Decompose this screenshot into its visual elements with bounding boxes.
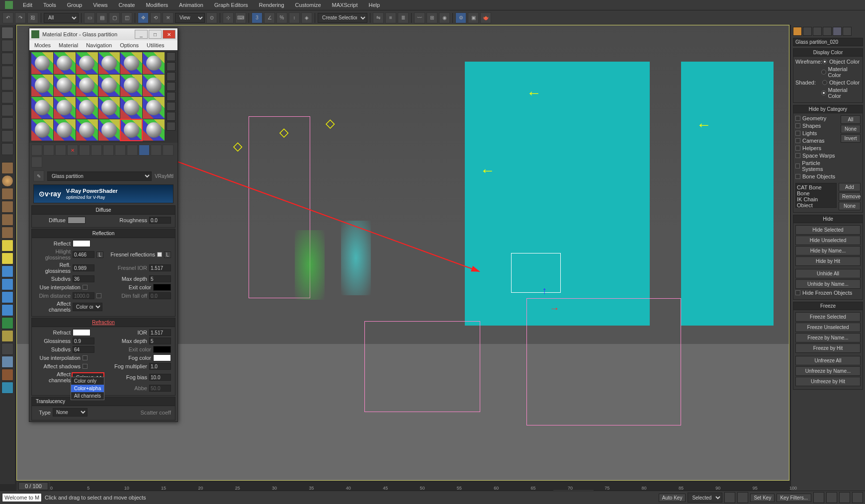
material-slot[interactable] (143, 97, 165, 119)
sidebar-primitive-cone[interactable] (1, 227, 13, 239)
wireframe-object-radio[interactable] (822, 59, 827, 64)
layer-button[interactable]: ≣ (398, 12, 409, 23)
material-slot[interactable] (76, 97, 98, 119)
select-by-mat-button[interactable] (167, 122, 175, 131)
refract-exit-swatch[interactable] (153, 346, 171, 353)
delete-button[interactable]: ✕ (67, 145, 78, 156)
render-button[interactable]: 🫖 (480, 12, 491, 23)
nav-orbit-button[interactable] (839, 492, 850, 503)
material-type-label[interactable]: VRayMtl (155, 173, 173, 179)
material-slot[interactable] (54, 97, 76, 119)
show-map-button[interactable] (139, 145, 150, 156)
refract-interp-check[interactable] (83, 355, 87, 360)
render-frame-button[interactable]: ▣ (468, 12, 479, 23)
freeze-unselected-button[interactable]: Freeze Unselected (795, 323, 861, 332)
hide-unselected-button[interactable]: Hide Unselected (795, 236, 861, 245)
reflection-rollout-header[interactable]: Reflection (31, 229, 175, 238)
backlight-button[interactable] (167, 62, 175, 71)
render-setup-button[interactable]: ⚙ (455, 12, 466, 23)
gizmo-x-axis[interactable]: → (550, 303, 560, 314)
hide-bone-check[interactable] (795, 174, 800, 179)
undo-button[interactable]: ↶ (2, 12, 13, 23)
sidebar-misc-5[interactable] (1, 382, 13, 394)
fog-bias-spinner[interactable] (149, 374, 171, 381)
fresnel-check[interactable] (157, 252, 162, 257)
mat-menu-utilities[interactable]: Utilities (144, 41, 167, 49)
material-slot[interactable] (54, 52, 76, 74)
sidebar-light-spot[interactable] (1, 252, 13, 264)
link-button[interactable]: ⛓ (27, 12, 38, 23)
mat-menu-options[interactable]: Options (117, 41, 142, 49)
manipulate-button[interactable]: ⊹ (223, 12, 234, 23)
nav-max-button[interactable] (852, 492, 863, 503)
pick-material-button[interactable]: ✎ (33, 170, 44, 181)
panel-tab-hierarchy[interactable] (813, 27, 822, 36)
current-frame-display[interactable]: 0 / 100 (18, 482, 48, 490)
freeze-selected-button[interactable]: Freeze Selected (795, 312, 861, 322)
dim-fall-spinner[interactable] (149, 292, 171, 299)
fresnel-l-button[interactable]: L (164, 252, 171, 258)
sidebar-tool-9[interactable] (1, 130, 13, 142)
dim-dist-spinner[interactable] (73, 292, 94, 299)
panel-tab-utilities[interactable] (843, 27, 852, 36)
hide-byname-button[interactable]: Hide by Name... (795, 246, 861, 255)
time-ruler[interactable]: 0510152025303540455055606570758085909510… (50, 481, 789, 491)
close-button[interactable]: ✕ (163, 30, 175, 39)
align-button[interactable]: ≡ (385, 12, 396, 23)
sidebar-tool-7[interactable] (1, 104, 13, 116)
refract-maxdepth-spinner[interactable] (149, 337, 171, 344)
dim-dist-check[interactable] (96, 293, 101, 298)
put-library-button[interactable] (115, 145, 126, 156)
hide-shapes-check[interactable] (795, 123, 800, 128)
spinner-snap-button[interactable]: ↕ (289, 12, 300, 23)
dropdown-option[interactable]: All channels (71, 392, 104, 400)
hide-invert-button[interactable]: Invert (841, 134, 861, 143)
sidebar-primitive-teapot[interactable] (1, 214, 13, 226)
hide-selected-button[interactable]: Hide Selected (795, 225, 861, 235)
material-name-input[interactable]: Glass partition (47, 171, 152, 181)
material-slot[interactable] (98, 52, 120, 74)
get-material-button[interactable] (31, 145, 42, 156)
keymode-select[interactable]: Selected (688, 493, 722, 503)
hide-lights-check[interactable] (795, 131, 800, 136)
sidebar-tool-10[interactable] (1, 143, 13, 155)
remove-button[interactable]: Remove (839, 192, 861, 201)
background-button[interactable] (167, 72, 175, 81)
mat-menu-material[interactable]: Material (56, 41, 81, 49)
fog-color-swatch[interactable] (153, 354, 171, 361)
l-button[interactable]: L (96, 252, 103, 258)
panel-tab-modify[interactable] (803, 27, 812, 36)
material-slot[interactable] (76, 75, 98, 96)
menu-maxscript[interactable]: MAXScript (327, 1, 363, 9)
sidebar-primitive-torus[interactable] (1, 201, 13, 213)
ref-coord-dropdown[interactable]: View (175, 13, 205, 23)
material-slot[interactable] (54, 75, 76, 96)
unhide-all-button[interactable]: Unhide All (795, 269, 861, 278)
nav-pan-button[interactable] (813, 492, 824, 503)
hide-helpers-check[interactable] (795, 146, 800, 151)
curve-editor-button[interactable]: 〰 (414, 12, 425, 23)
menu-group[interactable]: Group (62, 1, 87, 9)
reset-button[interactable] (79, 145, 90, 156)
hide-geometry-check[interactable] (795, 116, 800, 121)
material-slot[interactable] (98, 119, 120, 141)
hide-cameras-check[interactable] (795, 138, 800, 143)
sidebar-primitive-cylinder[interactable] (1, 188, 13, 200)
hide-none-button[interactable]: None (841, 125, 861, 133)
material-editor-button[interactable]: ◉ (439, 12, 450, 23)
abbe-spinner[interactable] (149, 385, 171, 392)
reflect-interp-check[interactable] (83, 285, 87, 290)
menu-views[interactable]: Views (88, 1, 112, 9)
sidebar-misc-1[interactable] (1, 330, 13, 342)
video-check-button[interactable] (167, 92, 175, 101)
snap-toggle-button[interactable]: 3 (252, 12, 262, 23)
unfreeze-byname-button[interactable]: Unfreeze by Name... (795, 366, 861, 376)
mat-menu-navigation[interactable]: Navigation (83, 41, 115, 49)
reflect-exit-swatch[interactable] (153, 284, 171, 291)
freeze-byname-button[interactable]: Freeze by Name... (795, 333, 861, 342)
mat-id-button[interactable] (127, 145, 138, 156)
hilight-gloss-spinner[interactable] (73, 251, 94, 258)
reflect-subdivs-spinner[interactable] (73, 275, 94, 282)
wireframe-material-radio[interactable] (821, 70, 826, 75)
refract-subdivs-spinner[interactable] (73, 346, 94, 353)
